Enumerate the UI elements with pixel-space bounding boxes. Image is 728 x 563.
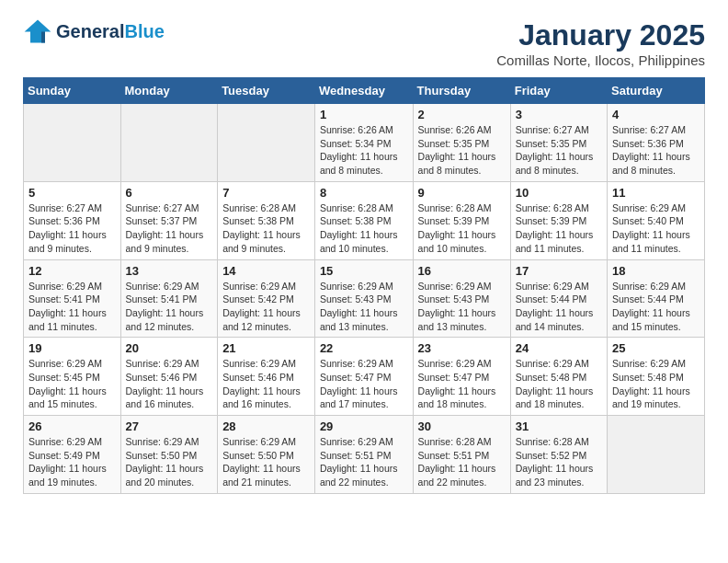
day-info: Sunrise: 6:28 AM Sunset: 5:39 PM Dayligh… (418, 201, 506, 256)
day-number: 23 (418, 341, 506, 355)
calendar-cell: 21Sunrise: 6:29 AM Sunset: 5:46 PM Dayli… (218, 338, 315, 416)
calendar-cell: 7Sunrise: 6:28 AM Sunset: 5:38 PM Daylig… (218, 181, 315, 259)
day-info: Sunrise: 6:29 AM Sunset: 5:43 PM Dayligh… (418, 280, 506, 334)
day-number: 27 (126, 419, 213, 433)
calendar-cell: 5Sunrise: 6:27 AM Sunset: 5:36 PM Daylig… (24, 181, 121, 259)
calendar-cell: 16Sunrise: 6:29 AM Sunset: 5:43 PM Dayli… (413, 259, 510, 338)
day-number: 17 (516, 264, 602, 278)
day-info: Sunrise: 6:29 AM Sunset: 5:41 PM Dayligh… (28, 280, 116, 334)
calendar-week-3: 12Sunrise: 6:29 AM Sunset: 5:41 PM Dayli… (24, 259, 705, 338)
day-info: Sunrise: 6:29 AM Sunset: 5:48 PM Dayligh… (612, 357, 700, 411)
calendar-cell: 19Sunrise: 6:29 AM Sunset: 5:45 PM Dayli… (24, 338, 121, 416)
weekday-header-friday: Friday (510, 78, 607, 104)
day-info: Sunrise: 6:27 AM Sunset: 5:36 PM Dayligh… (28, 201, 116, 256)
day-number: 19 (28, 341, 116, 355)
day-number: 13 (126, 264, 213, 278)
calendar-cell: 27Sunrise: 6:29 AM Sunset: 5:50 PM Dayli… (120, 416, 218, 494)
day-number: 20 (126, 341, 213, 355)
calendar-week-5: 26Sunrise: 6:29 AM Sunset: 5:49 PM Dayli… (24, 416, 705, 494)
day-info: Sunrise: 6:29 AM Sunset: 5:41 PM Dayligh… (126, 280, 213, 334)
calendar-cell: 18Sunrise: 6:29 AM Sunset: 5:44 PM Dayli… (608, 259, 705, 338)
calendar-cell: 1Sunrise: 6:26 AM Sunset: 5:34 PM Daylig… (314, 104, 413, 182)
weekday-header-tuesday: Tuesday (218, 78, 315, 104)
location-subtitle: Comillas Norte, Ilocos, Philippines (496, 52, 705, 68)
day-number: 7 (222, 186, 310, 200)
day-number: 14 (222, 264, 310, 278)
calendar-cell: 13Sunrise: 6:29 AM Sunset: 5:41 PM Dayli… (120, 259, 218, 338)
day-number: 5 (28, 186, 116, 200)
day-info: Sunrise: 6:29 AM Sunset: 5:47 PM Dayligh… (320, 357, 408, 411)
weekday-header-wednesday: Wednesday (314, 78, 413, 104)
day-number: 15 (320, 264, 408, 278)
calendar-header: SundayMondayTuesdayWednesdayThursdayFrid… (24, 78, 705, 104)
calendar-cell: 31Sunrise: 6:28 AM Sunset: 5:52 PM Dayli… (510, 416, 607, 494)
calendar: SundayMondayTuesdayWednesdayThursdayFrid… (23, 77, 705, 494)
day-info: Sunrise: 6:29 AM Sunset: 5:50 PM Dayligh… (126, 435, 213, 489)
logo-icon (23, 18, 52, 44)
day-info: Sunrise: 6:27 AM Sunset: 5:37 PM Dayligh… (126, 201, 213, 256)
weekday-header-thursday: Thursday (413, 78, 510, 104)
day-number: 1 (320, 108, 408, 121)
day-info: Sunrise: 6:29 AM Sunset: 5:40 PM Dayligh… (612, 201, 700, 256)
day-number: 18 (612, 264, 700, 278)
day-info: Sunrise: 6:29 AM Sunset: 5:48 PM Dayligh… (516, 357, 602, 411)
svg-marker-0 (25, 20, 51, 43)
calendar-cell: 29Sunrise: 6:29 AM Sunset: 5:51 PM Dayli… (314, 416, 413, 494)
day-number: 10 (516, 186, 602, 200)
day-number: 28 (222, 419, 310, 433)
logo: GeneralBlue (23, 18, 165, 44)
calendar-week-1: 1Sunrise: 6:26 AM Sunset: 5:34 PM Daylig… (24, 104, 705, 182)
day-info: Sunrise: 6:29 AM Sunset: 5:47 PM Dayligh… (418, 357, 506, 411)
day-info: Sunrise: 6:26 AM Sunset: 5:35 PM Dayligh… (418, 123, 506, 178)
day-info: Sunrise: 6:29 AM Sunset: 5:46 PM Dayligh… (126, 357, 213, 411)
day-number: 11 (612, 186, 700, 200)
calendar-cell (120, 104, 218, 182)
calendar-cell: 17Sunrise: 6:29 AM Sunset: 5:44 PM Dayli… (510, 259, 607, 338)
logo-text: GeneralBlue (56, 21, 165, 41)
calendar-cell: 12Sunrise: 6:29 AM Sunset: 5:41 PM Dayli… (24, 259, 121, 338)
calendar-cell: 30Sunrise: 6:28 AM Sunset: 5:51 PM Dayli… (413, 416, 510, 494)
day-number: 6 (126, 186, 213, 200)
calendar-cell: 4Sunrise: 6:27 AM Sunset: 5:36 PM Daylig… (608, 104, 705, 182)
header: GeneralBlue January 2025 Comillas Norte,… (23, 18, 705, 68)
calendar-cell: 23Sunrise: 6:29 AM Sunset: 5:47 PM Dayli… (413, 338, 510, 416)
day-number: 4 (612, 108, 700, 121)
day-number: 8 (320, 186, 408, 200)
day-number: 29 (320, 419, 408, 433)
day-info: Sunrise: 6:29 AM Sunset: 5:49 PM Dayligh… (28, 435, 116, 489)
day-info: Sunrise: 6:26 AM Sunset: 5:34 PM Dayligh… (320, 123, 408, 178)
day-info: Sunrise: 6:28 AM Sunset: 5:52 PM Dayligh… (516, 435, 602, 489)
weekday-header-sunday: Sunday (24, 78, 121, 104)
calendar-cell: 8Sunrise: 6:28 AM Sunset: 5:38 PM Daylig… (314, 181, 413, 259)
weekday-header-saturday: Saturday (608, 78, 705, 104)
calendar-week-4: 19Sunrise: 6:29 AM Sunset: 5:45 PM Dayli… (24, 338, 705, 416)
day-info: Sunrise: 6:29 AM Sunset: 5:51 PM Dayligh… (320, 435, 408, 489)
calendar-cell: 20Sunrise: 6:29 AM Sunset: 5:46 PM Dayli… (120, 338, 218, 416)
day-info: Sunrise: 6:29 AM Sunset: 5:50 PM Dayligh… (222, 435, 310, 489)
day-info: Sunrise: 6:28 AM Sunset: 5:38 PM Dayligh… (320, 201, 408, 256)
day-info: Sunrise: 6:28 AM Sunset: 5:38 PM Dayligh… (222, 201, 310, 256)
day-info: Sunrise: 6:29 AM Sunset: 5:46 PM Dayligh… (222, 357, 310, 411)
day-number: 22 (320, 341, 408, 355)
title-block: January 2025 Comillas Norte, Ilocos, Phi… (496, 18, 705, 68)
day-number: 21 (222, 341, 310, 355)
calendar-cell (608, 416, 705, 494)
day-number: 3 (516, 108, 602, 121)
day-number: 2 (418, 108, 506, 121)
calendar-cell: 6Sunrise: 6:27 AM Sunset: 5:37 PM Daylig… (120, 181, 218, 259)
day-info: Sunrise: 6:29 AM Sunset: 5:45 PM Dayligh… (28, 357, 116, 411)
day-number: 24 (516, 341, 602, 355)
day-number: 25 (612, 341, 700, 355)
month-title: January 2025 (496, 18, 705, 52)
calendar-cell: 28Sunrise: 6:29 AM Sunset: 5:50 PM Dayli… (218, 416, 315, 494)
calendar-cell: 3Sunrise: 6:27 AM Sunset: 5:35 PM Daylig… (510, 104, 607, 182)
day-info: Sunrise: 6:29 AM Sunset: 5:42 PM Dayligh… (222, 280, 310, 334)
day-number: 16 (418, 264, 506, 278)
day-info: Sunrise: 6:29 AM Sunset: 5:44 PM Dayligh… (612, 280, 700, 334)
calendar-cell (24, 104, 121, 182)
calendar-cell: 10Sunrise: 6:28 AM Sunset: 5:39 PM Dayli… (510, 181, 607, 259)
day-info: Sunrise: 6:27 AM Sunset: 5:35 PM Dayligh… (516, 123, 602, 178)
day-number: 30 (418, 419, 506, 433)
calendar-cell: 25Sunrise: 6:29 AM Sunset: 5:48 PM Dayli… (608, 338, 705, 416)
day-info: Sunrise: 6:29 AM Sunset: 5:44 PM Dayligh… (516, 280, 602, 334)
